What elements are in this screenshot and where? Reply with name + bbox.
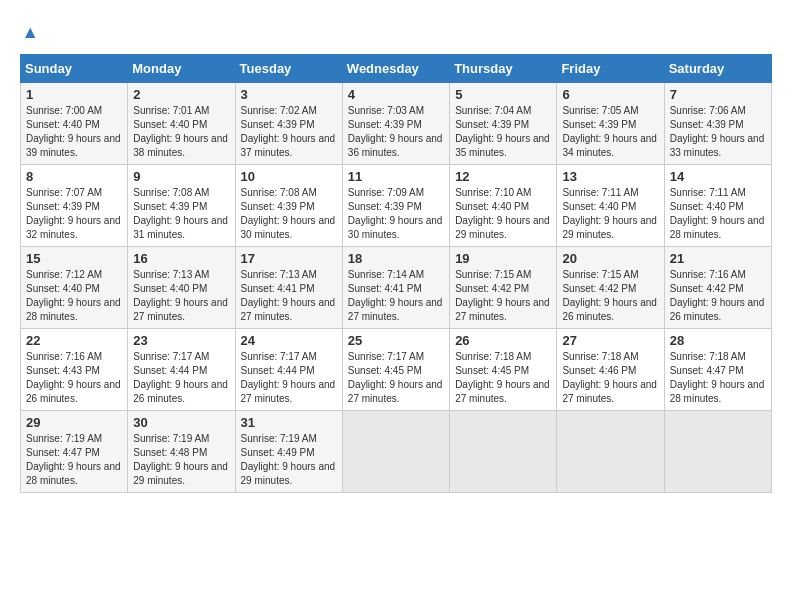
calendar-cell: 15 Sunrise: 7:12 AM Sunset: 4:40 PM Dayl… — [21, 247, 128, 329]
cell-content: Sunrise: 7:08 AM Sunset: 4:39 PM Dayligh… — [241, 186, 337, 242]
calendar-cell: 23 Sunrise: 7:17 AM Sunset: 4:44 PM Dayl… — [128, 329, 235, 411]
day-number: 30 — [133, 415, 229, 430]
header-day-saturday: Saturday — [664, 55, 771, 83]
cell-content: Sunrise: 7:01 AM Sunset: 4:40 PM Dayligh… — [133, 104, 229, 160]
day-number: 2 — [133, 87, 229, 102]
cell-content: Sunrise: 7:13 AM Sunset: 4:40 PM Dayligh… — [133, 268, 229, 324]
day-number: 29 — [26, 415, 122, 430]
calendar-cell: 24 Sunrise: 7:17 AM Sunset: 4:44 PM Dayl… — [235, 329, 342, 411]
calendar-cell: 22 Sunrise: 7:16 AM Sunset: 4:43 PM Dayl… — [21, 329, 128, 411]
cell-content: Sunrise: 7:18 AM Sunset: 4:47 PM Dayligh… — [670, 350, 766, 406]
cell-content: Sunrise: 7:16 AM Sunset: 4:43 PM Dayligh… — [26, 350, 122, 406]
calendar-cell: 19 Sunrise: 7:15 AM Sunset: 4:42 PM Dayl… — [450, 247, 557, 329]
calendar-cell: 16 Sunrise: 7:13 AM Sunset: 4:40 PM Dayl… — [128, 247, 235, 329]
calendar-cell: 26 Sunrise: 7:18 AM Sunset: 4:45 PM Dayl… — [450, 329, 557, 411]
day-number: 19 — [455, 251, 551, 266]
calendar-cell: 5 Sunrise: 7:04 AM Sunset: 4:39 PM Dayli… — [450, 83, 557, 165]
calendar-cell: 11 Sunrise: 7:09 AM Sunset: 4:39 PM Dayl… — [342, 165, 449, 247]
calendar-cell: 25 Sunrise: 7:17 AM Sunset: 4:45 PM Dayl… — [342, 329, 449, 411]
day-number: 22 — [26, 333, 122, 348]
cell-content: Sunrise: 7:17 AM Sunset: 4:44 PM Dayligh… — [133, 350, 229, 406]
day-number: 12 — [455, 169, 551, 184]
calendar-cell: 6 Sunrise: 7:05 AM Sunset: 4:39 PM Dayli… — [557, 83, 664, 165]
logo-icon: ▲ — [20, 20, 44, 44]
calendar-cell: 12 Sunrise: 7:10 AM Sunset: 4:40 PM Dayl… — [450, 165, 557, 247]
cell-content: Sunrise: 7:17 AM Sunset: 4:44 PM Dayligh… — [241, 350, 337, 406]
day-number: 24 — [241, 333, 337, 348]
cell-content: Sunrise: 7:17 AM Sunset: 4:45 PM Dayligh… — [348, 350, 444, 406]
svg-text:▲: ▲ — [22, 22, 39, 42]
day-number: 8 — [26, 169, 122, 184]
day-number: 11 — [348, 169, 444, 184]
cell-content: Sunrise: 7:00 AM Sunset: 4:40 PM Dayligh… — [26, 104, 122, 160]
calendar-week-4: 22 Sunrise: 7:16 AM Sunset: 4:43 PM Dayl… — [21, 329, 772, 411]
calendar-week-3: 15 Sunrise: 7:12 AM Sunset: 4:40 PM Dayl… — [21, 247, 772, 329]
calendar-cell: 9 Sunrise: 7:08 AM Sunset: 4:39 PM Dayli… — [128, 165, 235, 247]
logo: ▲ — [20, 20, 48, 44]
calendar-cell: 1 Sunrise: 7:00 AM Sunset: 4:40 PM Dayli… — [21, 83, 128, 165]
cell-content: Sunrise: 7:18 AM Sunset: 4:46 PM Dayligh… — [562, 350, 658, 406]
calendar-table: SundayMondayTuesdayWednesdayThursdayFrid… — [20, 54, 772, 493]
calendar-cell: 4 Sunrise: 7:03 AM Sunset: 4:39 PM Dayli… — [342, 83, 449, 165]
calendar-cell — [342, 411, 449, 493]
day-number: 18 — [348, 251, 444, 266]
cell-content: Sunrise: 7:19 AM Sunset: 4:48 PM Dayligh… — [133, 432, 229, 488]
cell-content: Sunrise: 7:15 AM Sunset: 4:42 PM Dayligh… — [455, 268, 551, 324]
calendar-cell: 27 Sunrise: 7:18 AM Sunset: 4:46 PM Dayl… — [557, 329, 664, 411]
cell-content: Sunrise: 7:08 AM Sunset: 4:39 PM Dayligh… — [133, 186, 229, 242]
calendar-cell: 10 Sunrise: 7:08 AM Sunset: 4:39 PM Dayl… — [235, 165, 342, 247]
calendar-cell: 2 Sunrise: 7:01 AM Sunset: 4:40 PM Dayli… — [128, 83, 235, 165]
cell-content: Sunrise: 7:11 AM Sunset: 4:40 PM Dayligh… — [562, 186, 658, 242]
day-number: 7 — [670, 87, 766, 102]
calendar-cell: 7 Sunrise: 7:06 AM Sunset: 4:39 PM Dayli… — [664, 83, 771, 165]
header-day-friday: Friday — [557, 55, 664, 83]
calendar-cell: 21 Sunrise: 7:16 AM Sunset: 4:42 PM Dayl… — [664, 247, 771, 329]
day-number: 6 — [562, 87, 658, 102]
cell-content: Sunrise: 7:14 AM Sunset: 4:41 PM Dayligh… — [348, 268, 444, 324]
header-day-tuesday: Tuesday — [235, 55, 342, 83]
calendar-cell: 14 Sunrise: 7:11 AM Sunset: 4:40 PM Dayl… — [664, 165, 771, 247]
calendar-cell: 30 Sunrise: 7:19 AM Sunset: 4:48 PM Dayl… — [128, 411, 235, 493]
cell-content: Sunrise: 7:04 AM Sunset: 4:39 PM Dayligh… — [455, 104, 551, 160]
header-day-wednesday: Wednesday — [342, 55, 449, 83]
header-day-monday: Monday — [128, 55, 235, 83]
day-number: 9 — [133, 169, 229, 184]
calendar-cell — [557, 411, 664, 493]
cell-content: Sunrise: 7:05 AM Sunset: 4:39 PM Dayligh… — [562, 104, 658, 160]
day-number: 13 — [562, 169, 658, 184]
day-number: 25 — [348, 333, 444, 348]
calendar-cell: 20 Sunrise: 7:15 AM Sunset: 4:42 PM Dayl… — [557, 247, 664, 329]
cell-content: Sunrise: 7:13 AM Sunset: 4:41 PM Dayligh… — [241, 268, 337, 324]
day-number: 16 — [133, 251, 229, 266]
calendar-week-5: 29 Sunrise: 7:19 AM Sunset: 4:47 PM Dayl… — [21, 411, 772, 493]
header-day-thursday: Thursday — [450, 55, 557, 83]
calendar-cell: 13 Sunrise: 7:11 AM Sunset: 4:40 PM Dayl… — [557, 165, 664, 247]
calendar-week-1: 1 Sunrise: 7:00 AM Sunset: 4:40 PM Dayli… — [21, 83, 772, 165]
calendar-cell: 31 Sunrise: 7:19 AM Sunset: 4:49 PM Dayl… — [235, 411, 342, 493]
calendar-week-2: 8 Sunrise: 7:07 AM Sunset: 4:39 PM Dayli… — [21, 165, 772, 247]
day-number: 4 — [348, 87, 444, 102]
day-number: 15 — [26, 251, 122, 266]
cell-content: Sunrise: 7:12 AM Sunset: 4:40 PM Dayligh… — [26, 268, 122, 324]
cell-content: Sunrise: 7:06 AM Sunset: 4:39 PM Dayligh… — [670, 104, 766, 160]
day-number: 23 — [133, 333, 229, 348]
day-number: 28 — [670, 333, 766, 348]
day-number: 14 — [670, 169, 766, 184]
cell-content: Sunrise: 7:07 AM Sunset: 4:39 PM Dayligh… — [26, 186, 122, 242]
cell-content: Sunrise: 7:09 AM Sunset: 4:39 PM Dayligh… — [348, 186, 444, 242]
cell-content: Sunrise: 7:19 AM Sunset: 4:47 PM Dayligh… — [26, 432, 122, 488]
day-number: 3 — [241, 87, 337, 102]
day-number: 20 — [562, 251, 658, 266]
day-number: 5 — [455, 87, 551, 102]
calendar-cell: 29 Sunrise: 7:19 AM Sunset: 4:47 PM Dayl… — [21, 411, 128, 493]
cell-content: Sunrise: 7:10 AM Sunset: 4:40 PM Dayligh… — [455, 186, 551, 242]
cell-content: Sunrise: 7:11 AM Sunset: 4:40 PM Dayligh… — [670, 186, 766, 242]
calendar-cell: 8 Sunrise: 7:07 AM Sunset: 4:39 PM Dayli… — [21, 165, 128, 247]
cell-content: Sunrise: 7:19 AM Sunset: 4:49 PM Dayligh… — [241, 432, 337, 488]
day-number: 31 — [241, 415, 337, 430]
calendar-cell — [664, 411, 771, 493]
day-number: 10 — [241, 169, 337, 184]
day-number: 1 — [26, 87, 122, 102]
calendar-body: 1 Sunrise: 7:00 AM Sunset: 4:40 PM Dayli… — [21, 83, 772, 493]
calendar-cell: 28 Sunrise: 7:18 AM Sunset: 4:47 PM Dayl… — [664, 329, 771, 411]
